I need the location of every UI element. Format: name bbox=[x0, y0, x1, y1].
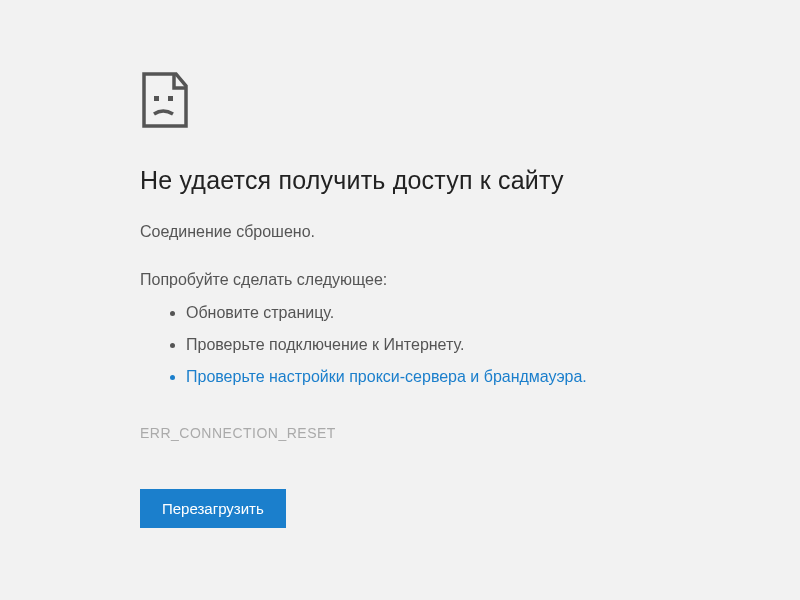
svg-rect-0 bbox=[154, 96, 159, 101]
suggestion-refresh: Обновите страницу. bbox=[186, 301, 720, 325]
svg-rect-1 bbox=[168, 96, 173, 101]
suggestions-list: Обновите страницу. Проверьте подключение… bbox=[140, 301, 720, 389]
error-page: Не удается получить доступ к сайту Соеди… bbox=[0, 0, 720, 528]
suggestion-check-internet: Проверьте подключение к Интернету. bbox=[186, 333, 720, 357]
error-code: ERR_CONNECTION_RESET bbox=[140, 425, 720, 441]
suggestions-heading: Попробуйте сделать следующее: bbox=[140, 271, 720, 289]
suggestion-check-proxy-firewall[interactable]: Проверьте настройки прокси-сервера и бра… bbox=[186, 365, 720, 389]
sad-file-icon bbox=[140, 70, 720, 130]
error-subheading: Соединение сброшено. bbox=[140, 223, 720, 241]
reload-button[interactable]: Перезагрузить bbox=[140, 489, 286, 528]
error-heading: Не удается получить доступ к сайту bbox=[140, 166, 720, 195]
